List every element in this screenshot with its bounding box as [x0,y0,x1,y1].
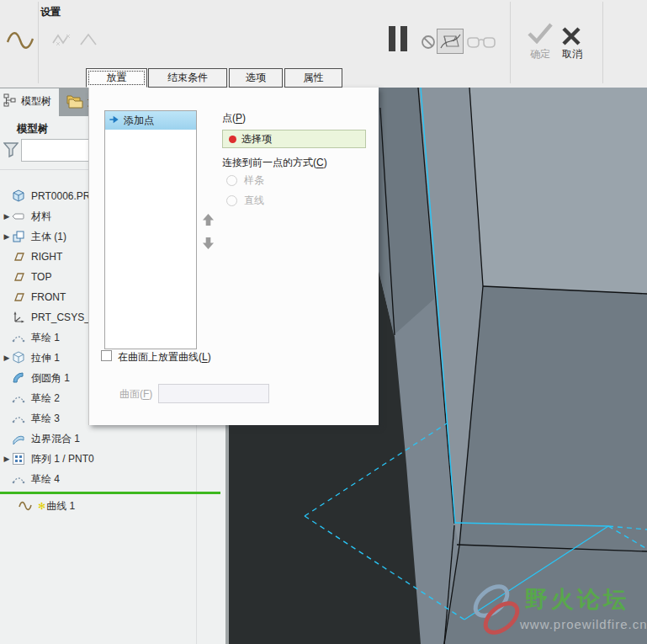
spline-points-icon[interactable] [52,32,71,47]
watermark-url: www.proewildfire.cn [520,617,647,631]
tree-item-label: RIGHT [31,251,62,263]
ribbon-divider [510,2,511,83]
ribbon-divider [602,2,603,83]
round-icon [12,371,26,385]
tree-item-label: 草绘 2 [31,391,60,406]
tree-item-label: 倒圆角 1 [31,371,70,386]
cancel-button[interactable]: 取消 [555,47,589,61]
tree-item-label: 草绘 3 [31,412,60,426]
point-list: 添加点 [104,110,197,349]
pause-button[interactable] [388,25,408,52]
dialog-tab-1[interactable]: 放置 [86,68,147,88]
radio-circle[interactable] [226,175,237,186]
tree-item-label: 草绘 4 [31,472,60,487]
cancel-x-icon [561,26,581,46]
dialog-tab-2[interactable]: 结束条件 [148,68,227,88]
tree-item-label: 草绘 1 [31,331,60,345]
application-window: 设置 确定 取消 放置结束条件选项属性 [0,0,647,644]
tree-item[interactable]: ▶阵列 1 / PNT0 [0,449,196,469]
placement-dialog: 添加点 点(P) 选择项 连接到前一点的方式(C) 样条直线 在曲面上放置曲线(… [88,88,379,425]
dialog-tab-3[interactable]: 选项 [229,68,283,88]
ok-check-icon [527,22,554,44]
watermark-logo [466,576,527,644]
tree-item-label: 拉伸 1 [31,351,60,365]
blend-icon [12,432,26,445]
connect-method-label: 连接到前一点的方式(C) [222,156,327,170]
point-collector-field[interactable]: 选择项 [222,130,366,148]
expand-arrow-icon[interactable]: ▶ [2,212,12,221]
place-on-surface-label: 在曲面上放置曲线(L) [118,350,211,365]
radio-option-2[interactable]: 直线 [226,194,264,208]
tree-item-label: TOP [31,271,51,283]
tree-item-label: FRONT [31,291,66,303]
sketch-icon [12,331,26,344]
surface-collector-input [158,384,269,403]
expand-arrow-icon[interactable]: ▶ [2,232,12,241]
insert-indicator-line[interactable] [0,492,220,494]
tree-item-label: 材料 [31,210,51,224]
corner-curve-icon[interactable] [79,32,98,47]
no-preview-button[interactable] [421,35,436,50]
tree-item-label: PRT0006.PRT [31,190,97,202]
sketch-icon [12,391,26,405]
geometry-preview-toggle[interactable] [437,29,464,54]
panel-header: 模型树 [17,122,49,136]
material-icon [12,210,26,223]
collector-value: 选择项 [241,132,272,146]
tree-item-label: 曲线 1 [46,499,75,514]
ok-button[interactable]: 确定 [523,47,557,61]
radio-label: 直线 [244,194,264,208]
tab-model-tree[interactable]: 模型树 [3,93,51,109]
tree-structure-icon [3,93,16,109]
tree-item-label: PRT_CSYS_ [31,311,90,323]
tab-model-tree-label: 模型树 [21,94,51,109]
expand-arrow-icon[interactable]: ▶ [2,354,12,362]
curve-icon [19,499,33,513]
ribbon-group-label: 设置 [40,5,61,19]
move-up-button[interactable] [202,214,215,229]
add-point-arrow-icon [109,114,119,127]
tree-item-label: 阵列 1 / PNT0 [31,452,94,466]
pattern-icon [12,452,26,466]
radio-circle[interactable] [226,195,237,206]
sketch-icon [12,412,26,425]
surface-field-label: 曲面(F) [119,387,152,402]
dialog-tab-4[interactable]: 属性 [284,68,342,88]
plane-icon [12,270,26,284]
watermark-title: 野火论坛 [525,584,629,615]
curve-tool-icon[interactable] [5,25,35,56]
plane-icon [12,250,26,263]
pending-feature-icon: ✻ [38,501,45,512]
move-down-button[interactable] [202,237,215,252]
point-list-item[interactable]: 添加点 [105,111,196,130]
expand-arrow-icon[interactable]: ▶ [2,455,12,463]
point-label: 点(P) [222,111,246,125]
sketch-icon [12,472,26,486]
tree-item[interactable]: 边界混合 1 [0,428,196,449]
collector-status-dot [229,136,236,143]
part-icon [12,189,26,203]
tree-item-label: 边界混合 1 [31,432,80,446]
plane-icon [12,290,26,304]
ribbon-divider [38,2,39,83]
radio-label: 样条 [244,173,264,188]
tree-item-label: 主体 (1) [31,230,66,244]
csys-icon [12,311,26,324]
place-on-surface-checkbox[interactable] [101,350,112,361]
point-list-item-label: 添加点 [124,114,154,128]
tree-item[interactable]: ✻曲线 1 [7,496,196,516]
extrude-icon [12,351,26,365]
body-icon [12,230,26,243]
tree-item[interactable]: 草绘 4 [0,469,196,489]
glasses-verify-button[interactable] [466,35,496,51]
radio-option-1[interactable]: 样条 [226,173,264,188]
filter-icon[interactable] [3,141,19,162]
tree-filter-input[interactable] [21,139,97,162]
folder-stack-icon [65,93,83,112]
